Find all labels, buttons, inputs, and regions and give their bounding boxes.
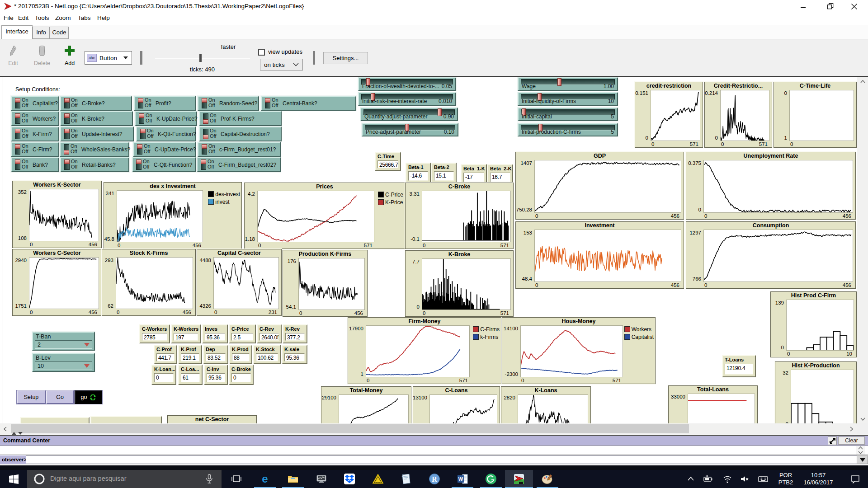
button-go[interactable]: Go xyxy=(46,390,74,404)
menu-zoom[interactable]: Zoom xyxy=(55,14,71,21)
command-input[interactable] xyxy=(26,455,857,464)
switch-toggle[interactable] xyxy=(15,98,20,108)
switch-wholesales-banks[interactable]: OnOffWholeSales-Banks? xyxy=(60,142,129,157)
switch-toggle[interactable] xyxy=(137,144,142,155)
output-scrollbar[interactable] xyxy=(856,446,865,455)
switch-toggle[interactable] xyxy=(203,129,208,139)
switch-toggle[interactable] xyxy=(64,98,70,108)
switch-toggle[interactable] xyxy=(138,98,143,108)
chooser-field[interactable]: 10 xyxy=(35,361,92,370)
switch-toggle[interactable] xyxy=(15,144,20,155)
slider-wage[interactable]: Wage1.00 xyxy=(518,77,618,91)
switch-capital-destruction[interactable]: OnOffCapital-Destruction? xyxy=(199,127,282,141)
switch-toggle[interactable] xyxy=(201,160,206,170)
volume-muted[interactable] xyxy=(737,470,752,488)
taskbar-app-file-explorer[interactable] xyxy=(279,470,307,488)
switch-k-update-price[interactable]: OnOffK-UpDate-Price? xyxy=(135,111,197,126)
chooser-field[interactable]: 2 xyxy=(35,340,92,349)
language-indicator[interactable]: PORPTB2 xyxy=(774,470,797,488)
taskbar-app-task-view[interactable] xyxy=(222,470,250,488)
switch-random-seed[interactable]: OnOffRandom-Seed? xyxy=(198,96,259,111)
switch-toggle[interactable] xyxy=(64,144,69,155)
button-go[interactable]: go xyxy=(75,390,102,404)
slider-quantity-adjust-parameter[interactable]: Quantity-adjust-parameter0.90 xyxy=(360,108,458,121)
taskbar-app-dropbox[interactable] xyxy=(335,470,363,488)
speed-slider-thumb[interactable] xyxy=(199,54,202,62)
switch-k-broke[interactable]: OnOffK-Broke? xyxy=(60,111,133,126)
switch-profit[interactable]: OnOffProfit? xyxy=(134,96,196,111)
speed-slider-track[interactable] xyxy=(155,58,250,59)
battery[interactable] xyxy=(700,470,716,488)
tab-info[interactable]: Info xyxy=(33,27,50,39)
slider-knob[interactable] xyxy=(438,108,442,116)
widget-type-selector[interactable]: abc Button xyxy=(85,51,132,65)
menu-help[interactable]: Help xyxy=(97,14,110,21)
taskbar-app-grammarly[interactable] xyxy=(477,470,505,488)
menu-file[interactable]: File xyxy=(4,14,14,21)
slider-fraction-of-wealth-devoted-to-[interactable]: Fraction-of-wealth-devoted-to-...0.05 xyxy=(358,77,456,91)
splitter-up-icon[interactable] xyxy=(12,432,16,435)
horizontal-scrollbar[interactable] xyxy=(0,423,857,434)
switch-k-firm[interactable]: OnOffK-Firm? xyxy=(11,127,59,141)
switch-toggle[interactable] xyxy=(203,113,208,124)
minimize-button[interactable] xyxy=(793,0,814,13)
taskbar-app-delta-app[interactable] xyxy=(364,470,392,488)
switch-toggle[interactable] xyxy=(15,113,20,124)
menu-tools[interactable]: Tools xyxy=(35,14,49,21)
switch-retail-banks[interactable]: OnOffRetail-Banks? xyxy=(60,157,129,172)
switch-toggle[interactable] xyxy=(136,160,142,170)
switch-c-firmbudgetrest01[interactable]: OnOffc-Firm_Budget_rest01? xyxy=(198,142,281,157)
slider-initial-liquidity-of-firms[interactable]: Initial-liquidity-of-Firms10 xyxy=(518,92,618,106)
settings-button[interactable]: Settings... xyxy=(323,52,368,64)
scroll-left-button[interactable] xyxy=(0,423,10,434)
switch-toggle[interactable] xyxy=(64,113,70,124)
switch-toggle[interactable] xyxy=(15,160,20,170)
scroll-right-button[interactable] xyxy=(846,423,856,434)
clear-button[interactable]: Clear xyxy=(838,436,865,445)
clock[interactable]: 10:5716/06/2017 xyxy=(798,470,838,488)
view-updates-checkbox[interactable] xyxy=(258,49,265,56)
switch-c-broke[interactable]: OnOffC-Broke? xyxy=(60,96,132,111)
scrollbar-thumb[interactable] xyxy=(11,424,689,433)
tab-code[interactable]: Code xyxy=(50,27,69,39)
command-center-resize-button[interactable] xyxy=(828,436,837,445)
menu-tabs[interactable]: Tabs xyxy=(78,14,91,21)
vertical-scrollbar[interactable] xyxy=(857,77,868,423)
switch-prof-k-firms[interactable]: OnOffProf-K-Firms? xyxy=(199,111,282,126)
slider-initial-risk-free-interest-rate[interactable]: Initial-risk-free-interest-rate0.010 xyxy=(358,92,456,106)
delete-widget-button[interactable]: Delete xyxy=(32,45,52,66)
switch-toggle[interactable] xyxy=(64,160,70,170)
scroll-up-button[interactable] xyxy=(857,77,868,86)
switch-c-firmbudgetrest02[interactable]: OnOffC-Firm_Budget_rest02? xyxy=(197,157,281,172)
switch-toggle[interactable] xyxy=(202,98,207,108)
slider-knob[interactable] xyxy=(557,78,561,86)
switch-bank[interactable]: OnOffBank? xyxy=(11,157,59,172)
command-history-dropdown[interactable] xyxy=(857,455,868,464)
menu-edit[interactable]: Edit xyxy=(18,14,28,21)
switch-update-interest[interactable]: OnOffUpdate-Interest? xyxy=(60,127,134,141)
add-widget-button[interactable]: Add xyxy=(59,45,80,66)
update-mode-select[interactable]: on ticks xyxy=(260,59,303,70)
switch-c-update-price[interactable]: OnOffC-UpDate-Price? xyxy=(133,142,196,157)
wifi[interactable] xyxy=(720,470,735,488)
switch-toggle[interactable] xyxy=(15,129,20,139)
restore-button[interactable] xyxy=(820,0,841,13)
microphone-icon[interactable] xyxy=(206,474,213,484)
taskbar-search[interactable]: Digite aqui para pesquisar xyxy=(27,470,222,488)
scroll-down-button[interactable] xyxy=(857,414,868,423)
taskbar-app-system-monitor[interactable] xyxy=(307,470,335,488)
taskbar-app-notepad[interactable] xyxy=(392,470,420,488)
switch-toggle[interactable] xyxy=(139,113,144,124)
switch-central-bank[interactable]: OnOffCentral-Bank? xyxy=(261,96,356,111)
slider-initial-capital[interactable]: Initial-capital5 xyxy=(518,108,618,121)
splitter-down-icon[interactable] xyxy=(18,432,23,435)
switch-workers[interactable]: OnOffWorkers? xyxy=(11,111,59,126)
close-button[interactable] xyxy=(844,0,864,13)
taskbar-app-r-project[interactable]: R xyxy=(420,470,448,488)
start-button[interactable] xyxy=(0,470,27,488)
switch-toggle[interactable] xyxy=(265,98,270,108)
command-center-output[interactable] xyxy=(0,446,868,455)
slider-price-adjust-parameter[interactable]: Price-adjust-parameter0.10 xyxy=(362,123,458,136)
taskbar-app-edge[interactable]: e xyxy=(251,470,279,488)
edit-widget-button[interactable]: Edit xyxy=(3,45,24,66)
